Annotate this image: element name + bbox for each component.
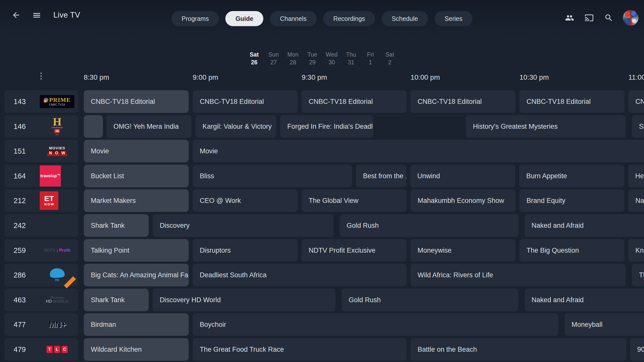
channel-card-164[interactable]: 164travelxpHD	[5, 165, 78, 187]
discovery-hd-world-logo: DiscoveryHDWORLD	[40, 296, 74, 304]
search-icon	[604, 13, 613, 22]
program-cell[interactable]: Moneywise	[411, 239, 515, 262]
program-cell[interactable]: Deadliest South Africa	[193, 264, 407, 286]
program-cell[interactable]: Disruptors	[193, 239, 298, 262]
channel-card-479[interactable]: 479TLC	[5, 338, 78, 361]
program-cell[interactable]: The Big Question	[519, 239, 624, 262]
tab-schedule[interactable]: Schedule	[382, 11, 428, 26]
program-cell[interactable]: Best from the ...	[356, 165, 406, 187]
program-cell[interactable]: CNBC-TV18 Editorial	[302, 90, 407, 113]
program-cell[interactable]	[84, 115, 103, 138]
program-cell[interactable]: Unwind	[410, 165, 515, 187]
tab-series[interactable]: Series	[434, 11, 472, 26]
program-cell[interactable]: CNBC-TV18 Editorial	[193, 90, 298, 113]
program-cell[interactable]: Gold Rush	[342, 289, 518, 311]
program-cell[interactable]: Shark Tank	[84, 289, 149, 311]
program-cell[interactable]: Discovery HD World	[153, 289, 336, 311]
day-fri-1[interactable]: Fri1	[361, 51, 380, 66]
channel-number: 164	[14, 172, 40, 180]
program-cell[interactable]: 90 D	[630, 338, 644, 361]
day-name: Sat	[380, 51, 399, 59]
day-sun-27[interactable]: Sun27	[264, 51, 283, 66]
channel-row-151: 151MOVIESN O WMovieMovie	[0, 140, 644, 162]
tab-recordings[interactable]: Recordings	[323, 11, 375, 26]
day-number: 1	[361, 59, 380, 66]
program-cell[interactable]: The Great Food Truck Race	[193, 338, 407, 361]
tab-programs[interactable]: Programs	[172, 11, 219, 26]
channel-card-143[interactable]: 143PRIMECNBC TV18	[5, 90, 78, 113]
day-name: Thu	[341, 51, 361, 59]
program-cell[interactable]: Naked and Afraid	[525, 289, 644, 311]
program-cell[interactable]: Moneyball	[565, 313, 644, 336]
program-cell[interactable]: Movie	[84, 140, 189, 162]
time-label: 8:30 pm	[84, 73, 109, 81]
program-cell[interactable]: Battle on the Beach	[411, 338, 626, 361]
channel-card-151[interactable]: 151MOVIESN O W	[5, 140, 78, 162]
program-cell[interactable]: Burn Appetite	[519, 165, 624, 187]
program-cell[interactable]: Wildcard Kitchen	[84, 338, 189, 361]
program-cell[interactable]: The Global View	[302, 189, 407, 212]
tab-channels[interactable]: Channels	[270, 11, 317, 26]
program-cell[interactable]: Wild Africa: Rivers of Life	[411, 264, 626, 286]
mn-plus-logo: MN+	[40, 320, 74, 329]
day-wed-30[interactable]: Wed30	[322, 51, 341, 66]
program-cell[interactable]: NDTV Profit Exclusive	[302, 239, 407, 262]
channel-card-286[interactable]: 286HD	[5, 264, 78, 286]
channel-row-143: 143PRIMECNBC TV18CNBC-TV18 EditorialCNBC…	[0, 90, 644, 113]
program-cell[interactable]: Forged In Fire: India's Deadl...	[280, 115, 373, 138]
day-number: 2	[380, 59, 399, 66]
program-cell[interactable]: Mahakumbh Economy Show	[411, 189, 515, 212]
day-sat-26[interactable]: Sat26	[245, 51, 264, 66]
program-cell[interactable]: Brand Equity	[519, 189, 624, 212]
program-cell[interactable]: Navi	[628, 189, 644, 212]
program-cell[interactable]: Sto	[632, 115, 644, 138]
program-cell[interactable]: OMG! Yeh Mera India	[106, 115, 191, 138]
program-cell[interactable]: CNBC-TV18 Editorial	[411, 90, 515, 113]
channel-card-463[interactable]: 463DiscoveryHDWORLD	[5, 289, 78, 311]
channel-card-146[interactable]: 146H18HD	[5, 115, 78, 138]
channel-number: 242	[14, 221, 40, 230]
channel-row-477: 477MN+BirdmanBoychoirMoneyball	[0, 313, 644, 336]
day-tue-29[interactable]: Tue29	[303, 51, 322, 66]
program-cell[interactable]: CNBC-TV18 Editorial	[628, 90, 644, 113]
program-cell[interactable]: Gold Rush	[340, 214, 518, 237]
channel-card-259[interactable]: 259NDTV|Profit	[5, 239, 78, 262]
program-cell[interactable]: CNBC-TV18 Editorial	[84, 90, 189, 113]
program-cell[interactable]: Boychoir	[193, 313, 558, 336]
program-cell[interactable]: The	[632, 264, 644, 286]
channel-card-242[interactable]: 242	[5, 214, 78, 237]
program-cell[interactable]: CNBC-TV18 Editorial	[519, 90, 624, 113]
day-number: 27	[264, 59, 283, 66]
tab-guide[interactable]: Guide	[225, 11, 263, 26]
cast-button[interactable]	[584, 12, 595, 23]
back-button[interactable]	[11, 10, 22, 21]
program-cell[interactable]: Market Makers	[84, 189, 189, 212]
cnbc-tv18-prime-logo: PRIMECNBC TV18	[40, 95, 74, 108]
day-sat-2[interactable]: Sat2	[380, 51, 399, 66]
program-cell[interactable]: Birdman	[84, 313, 189, 336]
program-cell[interactable]: Know	[628, 239, 644, 262]
program-cell[interactable]: Shark Tank	[84, 214, 149, 237]
day-thu-31[interactable]: Thu31	[341, 51, 361, 66]
program-cell[interactable]: CEO @ Work	[193, 189, 298, 212]
menu-button[interactable]	[31, 10, 42, 21]
search-button[interactable]	[603, 12, 614, 23]
channel-card-477[interactable]: 477MN+	[5, 313, 78, 336]
channel-card-212[interactable]: 212ETNOW	[5, 189, 78, 212]
program-cell[interactable]: Naked and Afraid	[525, 214, 644, 237]
more-options-icon[interactable]	[40, 71, 42, 81]
program-cell[interactable]: Bliss	[193, 165, 352, 187]
channel-row-259: 259NDTV|ProfitTalking PointDisruptorsNDT…	[0, 239, 644, 262]
program-cell[interactable]: Discovery	[153, 214, 334, 237]
program-cell[interactable]: Kargil: Valour & Victory	[195, 115, 276, 138]
program-cell[interactable]: Bucket List	[84, 165, 189, 187]
program-cell[interactable]: Big Cats: An Amazing Animal Family	[84, 264, 189, 286]
profile-avatar[interactable]	[623, 10, 638, 26]
day-mon-28[interactable]: Mon28	[283, 51, 303, 66]
program-cell[interactable]: Movie	[193, 140, 644, 162]
people-button[interactable]	[564, 12, 575, 23]
program-cell[interactable]: History's Greatest Mysteries	[466, 115, 626, 138]
program-cell[interactable]: Herit	[628, 165, 644, 187]
et-now-logo: ETNOW	[40, 191, 58, 210]
program-cell[interactable]: Talking Point	[84, 239, 189, 262]
